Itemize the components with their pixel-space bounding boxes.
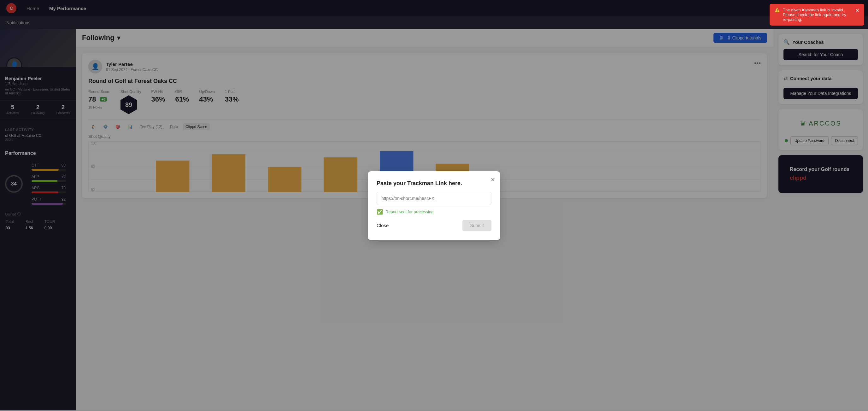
modal-close-button[interactable]: Close <box>377 223 389 228</box>
error-icon: ⚠️ <box>775 7 780 12</box>
trackman-modal: Paste your Trackman Link here. ✕ ✅ Repor… <box>368 171 500 240</box>
modal-title: Paste your Trackman Link here. <box>377 180 491 187</box>
modal-close-icon[interactable]: ✕ <box>491 176 495 183</box>
success-icon: ✅ <box>377 209 383 215</box>
modal-actions: Close Submit <box>377 220 491 231</box>
modal-overlay[interactable]: Paste your Trackman Link here. ✕ ✅ Repor… <box>0 0 868 410</box>
modal-success-message: ✅ Report sent for processing <box>377 209 491 215</box>
error-close-button[interactable]: ✕ <box>855 7 859 13</box>
trackman-link-input[interactable] <box>377 192 491 205</box>
modal-submit-button[interactable]: Submit <box>462 220 491 231</box>
error-banner: ⚠️ The given trackman link is invalid. P… <box>770 4 864 26</box>
